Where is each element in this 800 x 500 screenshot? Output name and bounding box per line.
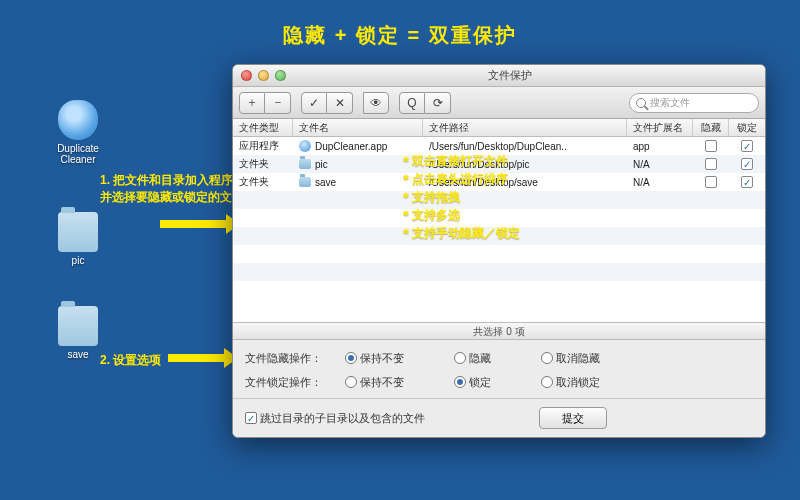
window-title: 文件保护 [294, 68, 765, 83]
desktop-icon-folder-pic[interactable]: pic [48, 212, 108, 266]
annotation-features: ＊双击直接打开文件 ＊点击表头进行排序 ＊支持拖拽 ＊支持多选 ＊支持手动隐藏／… [400, 152, 520, 242]
annotation-step2: 2. 设置选项 [100, 352, 161, 369]
table-header[interactable]: 文件类型 文件名 文件路径 文件扩展名 隐藏 锁定 [233, 119, 765, 137]
radio-lock-lock[interactable]: 锁定 [454, 375, 491, 390]
table-row [233, 263, 765, 281]
search-icon [636, 98, 646, 108]
add-button[interactable]: ＋ [239, 92, 265, 114]
desktop-icon-app[interactable]: Duplicate Cleaner [48, 100, 108, 165]
options-panel: 文件隐藏操作： 保持不变 隐藏 取消隐藏 文件锁定操作： 保持不变 锁定 取消锁… [233, 340, 765, 437]
col-ext[interactable]: 文件扩展名 [627, 119, 693, 136]
desktop-icon-label: pic [48, 255, 108, 266]
folder-icon [299, 177, 311, 187]
lock-checkbox[interactable]: ✓ [741, 176, 753, 188]
submit-button[interactable]: 提交 [539, 407, 607, 429]
radio-hide-unhide[interactable]: 取消隐藏 [541, 351, 600, 366]
hide-checkbox[interactable] [705, 158, 717, 170]
col-type[interactable]: 文件类型 [233, 119, 293, 136]
table-row [233, 281, 765, 299]
hide-checkbox[interactable] [705, 140, 717, 152]
col-hide[interactable]: 隐藏 [693, 119, 729, 136]
table-row [233, 245, 765, 263]
desktop-icon-folder-save[interactable]: save [48, 306, 108, 360]
search-placeholder: 搜索文件 [650, 96, 690, 110]
col-lock[interactable]: 锁定 [729, 119, 765, 136]
status-bar: 共选择 0 项 [233, 322, 765, 340]
skip-checkbox[interactable]: ✓跳过目录的子目录以及包含的文件 [245, 411, 425, 426]
refresh-icon: ⟳ [433, 96, 443, 110]
hide-checkbox[interactable] [705, 176, 717, 188]
minimize-icon[interactable] [258, 70, 269, 81]
hide-op-label: 文件隐藏操作： [245, 351, 345, 366]
col-name[interactable]: 文件名 [293, 119, 423, 136]
titlebar[interactable]: 文件保护 [233, 65, 765, 87]
desktop-icon-label: Duplicate Cleaner [48, 143, 108, 165]
lock-checkbox[interactable]: ✓ [741, 140, 753, 152]
lock-op-label: 文件锁定操作： [245, 375, 345, 390]
remove-button[interactable]: － [265, 92, 291, 114]
lock-checkbox[interactable]: ✓ [741, 158, 753, 170]
folder-icon [58, 306, 98, 346]
radio-hide-keep[interactable]: 保持不变 [345, 351, 404, 366]
eye-icon: 👁 [370, 96, 382, 110]
zoom-icon[interactable] [275, 70, 286, 81]
refresh-button[interactable]: ⟳ [425, 92, 451, 114]
desktop-icon-label: save [48, 349, 108, 360]
check-button[interactable]: ✓ [301, 92, 327, 114]
star-icon [58, 100, 98, 140]
radio-hide-hide[interactable]: 隐藏 [454, 351, 491, 366]
page-headline: 隐藏 + 锁定 = 双重保护 [0, 22, 800, 49]
app-icon [299, 140, 311, 152]
reveal-button[interactable]: 👁 [363, 92, 389, 114]
col-path[interactable]: 文件路径 [423, 119, 627, 136]
folder-icon [58, 212, 98, 252]
lookup-button[interactable]: Q [399, 92, 425, 114]
app-window: 文件保护 ＋ － ✓ ✕ 👁 Q ⟳ 搜索文件 文件类型 文件名 文件路径 文件… [232, 64, 766, 438]
search-input[interactable]: 搜索文件 [629, 93, 759, 113]
radio-lock-unlock[interactable]: 取消锁定 [541, 375, 600, 390]
toolbar: ＋ － ✓ ✕ 👁 Q ⟳ 搜索文件 [233, 87, 765, 119]
radio-lock-keep[interactable]: 保持不变 [345, 375, 404, 390]
uncheck-button[interactable]: ✕ [327, 92, 353, 114]
folder-icon [299, 159, 311, 169]
close-icon[interactable] [241, 70, 252, 81]
